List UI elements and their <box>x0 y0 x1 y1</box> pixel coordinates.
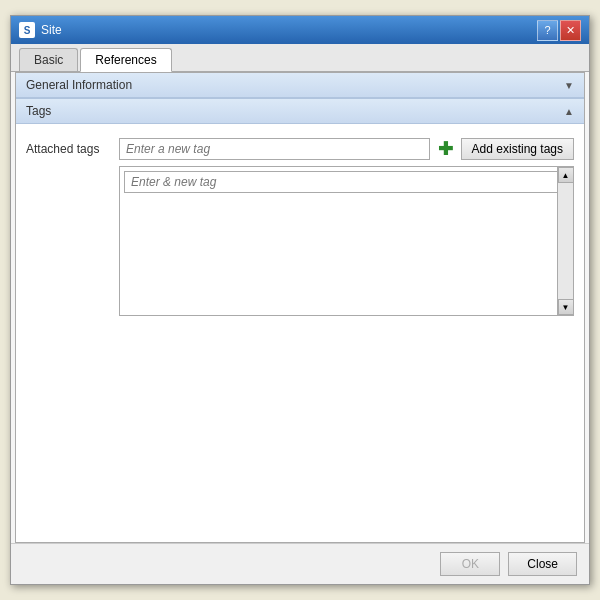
tab-bar: Basic References <box>11 44 589 72</box>
title-bar-left: S Site <box>19 22 62 38</box>
ok-button[interactable]: OK <box>440 552 500 576</box>
app-icon: S <box>19 22 35 38</box>
dialog-title: Site <box>41 23 62 37</box>
title-bar: S Site ? ✕ <box>11 16 589 44</box>
title-controls: ? ✕ <box>537 20 581 41</box>
scroll-track[interactable] <box>558 183 573 299</box>
attached-tags-row: Attached tags ✚ Add existing tags <box>26 134 574 160</box>
tab-references[interactable]: References <box>80 48 171 72</box>
tags-content: Attached tags ✚ Add existing tags ▲ ▼ <box>16 124 584 542</box>
attached-tags-label: Attached tags <box>26 142 111 156</box>
content-area: General Information ▼ Tags ▲ Attached ta… <box>15 72 585 543</box>
close-button[interactable]: Close <box>508 552 577 576</box>
general-info-header[interactable]: General Information ▼ <box>16 73 584 98</box>
dialog-footer: OK Close <box>11 543 589 584</box>
dialog-body: Basic References General Information ▼ T… <box>11 44 589 543</box>
new-tag-list-input[interactable] <box>124 171 557 193</box>
general-info-arrow: ▼ <box>564 80 574 91</box>
add-existing-tags-button[interactable]: Add existing tags <box>461 138 574 160</box>
new-tag-inline-input[interactable] <box>119 138 430 160</box>
tab-basic[interactable]: Basic <box>19 48 78 71</box>
scroll-up-button[interactable]: ▲ <box>558 167 574 183</box>
help-button[interactable]: ? <box>537 20 558 41</box>
tags-list-inner <box>120 167 557 315</box>
scroll-down-button[interactable]: ▼ <box>558 299 574 315</box>
add-tag-icon[interactable]: ✚ <box>438 140 453 158</box>
close-title-button[interactable]: ✕ <box>560 20 581 41</box>
dialog-window: S Site ? ✕ Basic References General Info… <box>10 15 590 585</box>
tags-scrollbar: ▲ ▼ <box>557 167 573 315</box>
tags-section-header[interactable]: Tags ▲ <box>16 98 584 124</box>
tags-list-container: ▲ ▼ <box>119 166 574 316</box>
general-info-label: General Information <box>26 78 132 92</box>
tags-label: Tags <box>26 104 51 118</box>
tags-arrow: ▲ <box>564 106 574 117</box>
